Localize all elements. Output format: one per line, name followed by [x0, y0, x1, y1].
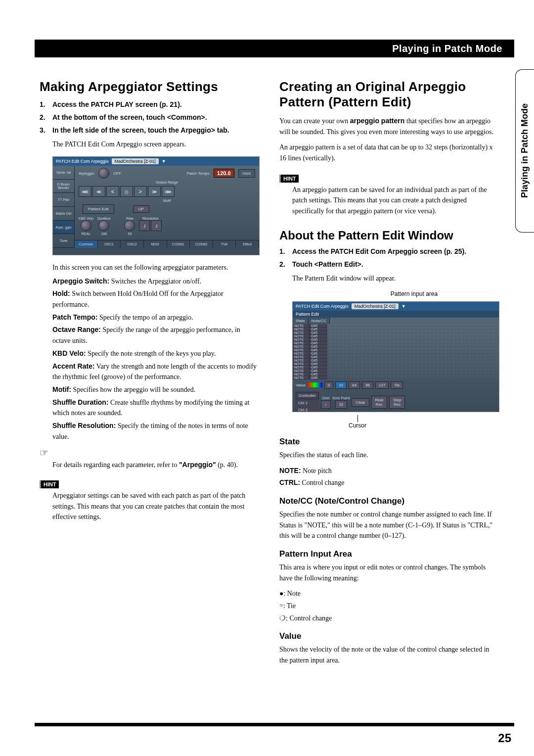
- step-text: Access the PATCH PLAY screen (p. 21).: [52, 100, 260, 108]
- side-tab: Playing in Patch Mode: [515, 69, 534, 233]
- param-accent: Accent Rate: Vary the strength and note …: [52, 361, 260, 382]
- oct-p2[interactable]: ≫: [148, 186, 161, 197]
- ctrl2[interactable]: Ctrl 2: [296, 407, 319, 412]
- bottab-osc1[interactable]: OSC1: [98, 240, 121, 248]
- oct-m2[interactable]: ≪: [92, 186, 105, 197]
- sidetab-tune[interactable]: Tune: [53, 234, 75, 248]
- right-column: Creating an Original Arpeggio Pattern (P…: [279, 79, 499, 671]
- val-32[interactable]: 32: [335, 381, 347, 389]
- grid-lines: NOTEG#5NOTEG#5NOTEG#5NOTEG#5NOTEG#5NOTEG…: [293, 324, 327, 379]
- octave-arrows: ⋘ ≪ < ◇ > ≫ ⋙: [75, 184, 259, 199]
- val-96[interactable]: 96: [362, 381, 373, 389]
- tempo-label: Patch Tempo: [186, 171, 210, 176]
- arp-off: OFF: [113, 171, 121, 176]
- grid-line[interactable]: NOTEG#5: [293, 348, 327, 352]
- dropdown-arrow-icon[interactable]: ▼: [162, 159, 166, 164]
- grid-line[interactable]: NOTEG#5: [293, 341, 327, 345]
- grid-line[interactable]: NOTEG#5: [293, 334, 327, 338]
- bottab-mod[interactable]: MOD: [144, 240, 167, 248]
- screen-title-bar: PATCH Edit Com Arpeggio MadOrchestra [Z-…: [53, 157, 259, 166]
- grid-line[interactable]: NOTEG#5: [293, 338, 327, 341]
- pattern-edit-button[interactable]: Pattern Edit: [83, 204, 114, 214]
- sidetab-matrix[interactable]: Matrix Ctrl: [53, 207, 75, 221]
- val-0[interactable]: 0: [324, 381, 333, 389]
- footer-rule: [35, 723, 514, 726]
- param-motif: Motif: Specifies how the arpeggio will b…: [52, 384, 260, 395]
- val-64[interactable]: 64: [349, 381, 360, 389]
- oct-p3[interactable]: ⋙: [162, 186, 175, 197]
- motif-up[interactable]: UP: [133, 205, 149, 213]
- screen-title: PATCH Edit Com Arpeggio: [56, 159, 109, 164]
- screen-body: Gene- ral D Beam Bender TT Pad Matrix Ct…: [53, 166, 259, 248]
- bottab-osc2[interactable]: OSC2: [121, 240, 144, 248]
- state-heading: State: [279, 437, 499, 447]
- dur-knob[interactable]: [98, 220, 109, 231]
- patch-dropdown-2[interactable]: MadOrchestra [Z-01]: [352, 303, 399, 309]
- param-arp-switch: Arpeggio Switch: Switches the Arpeggiato…: [52, 276, 260, 287]
- bottab-tva[interactable]: TVA: [213, 240, 236, 248]
- endpoint-value[interactable]: 32: [335, 400, 348, 409]
- step-3: 3. In the left side of the screen, touch…: [40, 126, 260, 134]
- oct-m3[interactable]: ⋘: [79, 186, 91, 197]
- grid-line[interactable]: NOTEG#5: [293, 362, 327, 366]
- step-2: 2. At the bottom of the screen, touch <C…: [40, 113, 260, 121]
- sidetab-arpeggio[interactable]: Arpe- ggio: [53, 221, 75, 235]
- val-127[interactable]: 127: [375, 381, 389, 389]
- step-text: At the bottom of the screen, touch <Comm…: [52, 113, 260, 121]
- grid-dots[interactable]: [327, 324, 499, 379]
- ctrl1[interactable]: Ctrl 1: [296, 400, 319, 406]
- header-band: Playing in Patch Mode: [35, 40, 514, 57]
- grid-line[interactable]: NOTEG#5: [293, 355, 327, 359]
- dropdown-arrow-icon[interactable]: ▼: [401, 304, 406, 309]
- grid-line[interactable]: NOTEG#5: [293, 328, 327, 331]
- row-top: Arpeggio OFF Patch Tempo 120.0 Hold: [75, 166, 259, 181]
- caption-top: Pattern input area: [329, 290, 499, 297]
- bottab-cosm2[interactable]: COSM2: [190, 240, 213, 248]
- res-note1[interactable]: ♪: [139, 220, 150, 231]
- tempo-value[interactable]: 120.0: [214, 169, 234, 178]
- hold-button[interactable]: Hold: [238, 169, 255, 178]
- grid-line[interactable]: NOTEG#5: [293, 373, 327, 376]
- hint-body: Arpeggiator settings can be saved with e…: [52, 490, 260, 522]
- sidetab-dbeam[interactable]: D Beam Bender: [53, 180, 75, 193]
- reference-body: For details regarding each parameter, re…: [52, 460, 260, 471]
- hint-body-2: An arpeggio pattern can be saved for an …: [292, 185, 499, 217]
- oct-p1[interactable]: >: [134, 186, 147, 197]
- octave-label: Octave Range: [75, 181, 259, 184]
- sidetab-general[interactable]: Gene- ral: [53, 166, 75, 180]
- pia-note: ●: Note: [279, 588, 499, 599]
- oct-0[interactable]: ◇: [120, 186, 133, 197]
- grid-line[interactable]: NOTEG#5: [293, 366, 327, 369]
- param-shuf-dur: Shuffle Duration: Create shuffle rhythms…: [52, 397, 260, 419]
- shuffle-rate-box: Rate 50: [124, 217, 135, 236]
- content: Making Arpeggiator Settings 1. Access th…: [40, 79, 499, 671]
- grid-line[interactable]: NOTEG#5: [293, 369, 327, 373]
- state-text: Specifies the status of each line.: [279, 450, 499, 461]
- grid-line[interactable]: NOTEG#5: [293, 324, 327, 328]
- kbd-knob[interactable]: [81, 220, 91, 231]
- bottab-cosm1[interactable]: COSM1: [167, 240, 190, 248]
- grid-line[interactable]: NOTEG#5: [293, 345, 327, 348]
- value-heading: Value: [279, 631, 499, 641]
- grid-line[interactable]: NOTEG#5: [293, 331, 327, 334]
- patch-dropdown[interactable]: MadOrchestra [Z-01]: [112, 158, 159, 164]
- dur-label: Duration: [97, 217, 110, 220]
- val-tie[interactable]: Tie: [391, 381, 403, 389]
- steprec-button[interactable]: Step Rec: [389, 396, 405, 409]
- grid-line[interactable]: NOTEG#5: [293, 376, 327, 379]
- left-column: Making Arpeggiator Settings 1. Access th…: [40, 79, 260, 671]
- res-note2[interactable]: ♪: [151, 220, 162, 231]
- clear-button[interactable]: Clear: [352, 398, 369, 407]
- rate-knob[interactable]: [124, 220, 135, 231]
- kbd-val: REAL: [79, 232, 93, 236]
- realrec-button[interactable]: Real Rec: [371, 396, 387, 409]
- arp-switch-knob[interactable]: [98, 168, 109, 179]
- grid-line[interactable]: NOTEG#5: [293, 359, 327, 362]
- bottab-common[interactable]: Common: [75, 240, 98, 248]
- grid-note-button[interactable]: ♪: [321, 400, 331, 409]
- grid-line[interactable]: NOTEG#5: [293, 352, 327, 355]
- bottab-effect[interactable]: Effect: [236, 240, 259, 248]
- oct-m1[interactable]: <: [106, 186, 119, 197]
- sidetab-ttpad[interactable]: TT Pad: [53, 193, 75, 207]
- screen2-title-bar: PATCH Edit Com Arpeggio MadOrchestra [Z-…: [293, 302, 499, 311]
